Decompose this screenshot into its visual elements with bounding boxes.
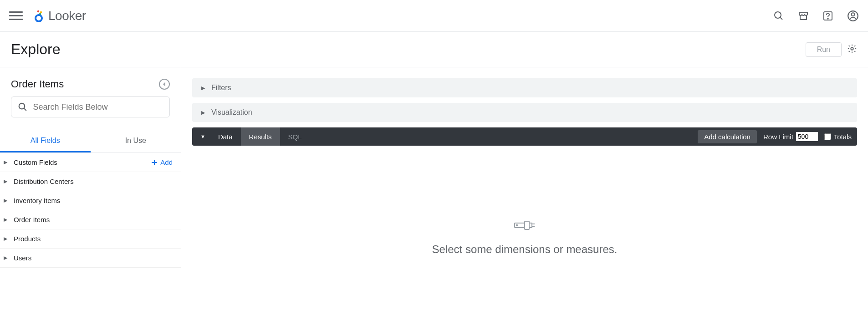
- flashlight-icon: [514, 218, 536, 232]
- field-group-label: Users: [14, 254, 31, 262]
- explore-bar: Explore Run: [0, 32, 868, 67]
- svg-point-0: [37, 10, 39, 12]
- run-button[interactable]: Run: [806, 42, 842, 57]
- svg-point-10: [851, 47, 853, 50]
- svg-point-3: [36, 15, 42, 21]
- svg-rect-16: [525, 221, 529, 229]
- main-menu-icon[interactable]: [9, 9, 23, 23]
- caret-right-icon: ▶: [4, 217, 7, 223]
- field-group-order-items[interactable]: ▶Order Items: [0, 210, 181, 229]
- empty-message: Select some dimensions or measures.: [432, 243, 618, 256]
- page-title: Explore: [11, 41, 61, 58]
- search-fields-input[interactable]: [33, 102, 163, 112]
- caret-right-icon: ▶: [4, 159, 7, 165]
- field-group-products[interactable]: ▶Products: [0, 229, 181, 249]
- field-group-label: Distribution Centers: [14, 178, 74, 185]
- main-pane: ▶ Filters ▶ Visualization ▼ Data Results…: [181, 67, 868, 325]
- svg-point-11: [19, 103, 25, 109]
- row-limit: Row Limit: [763, 132, 818, 141]
- search-fields-input-wrap[interactable]: [11, 96, 170, 117]
- field-group-list: ▶Custom Fields Add ▶Distribution Centers…: [0, 153, 181, 268]
- marketplace-icon[interactable]: [798, 10, 809, 21]
- tab-sql[interactable]: SQL: [280, 127, 310, 146]
- body: Order Items All Fields In Use ▶Custom Fi…: [0, 67, 868, 325]
- svg-rect-17: [529, 223, 532, 228]
- field-group-inventory-items[interactable]: ▶Inventory Items: [0, 191, 181, 210]
- tab-data[interactable]: Data: [210, 127, 241, 146]
- panel-title: Filters: [211, 84, 231, 92]
- totals-label: Totals: [834, 133, 852, 141]
- caret-down-icon[interactable]: ▼: [200, 134, 205, 139]
- help-icon[interactable]: [822, 10, 833, 21]
- row-limit-label: Row Limit: [763, 133, 793, 141]
- visualization-panel[interactable]: ▶ Visualization: [192, 103, 857, 122]
- field-group-label: Order Items: [14, 216, 50, 223]
- totals-toggle[interactable]: Totals: [824, 133, 852, 141]
- app-name: Looker: [48, 9, 86, 23]
- filters-panel[interactable]: ▶ Filters: [192, 78, 857, 97]
- field-group-custom-fields[interactable]: ▶Custom Fields Add: [0, 153, 181, 172]
- add-label: Add: [160, 158, 173, 166]
- add-calculation-button[interactable]: Add calculation: [698, 130, 757, 143]
- field-group-label: Inventory Items: [14, 197, 61, 204]
- explore-name: Order Items: [11, 78, 64, 90]
- caret-right-icon: ▶: [201, 85, 205, 91]
- svg-line-12: [24, 108, 26, 111]
- tab-all-fields[interactable]: All Fields: [0, 130, 91, 152]
- field-tabs: All Fields In Use: [0, 130, 181, 153]
- totals-checkbox[interactable]: [824, 133, 831, 140]
- svg-point-7: [827, 18, 828, 19]
- caret-right-icon: ▶: [4, 178, 7, 184]
- caret-right-icon: ▶: [4, 198, 7, 203]
- add-custom-field-link[interactable]: Add: [151, 158, 173, 166]
- field-group-users[interactable]: ▶Users: [0, 249, 181, 268]
- tab-in-use[interactable]: In Use: [91, 130, 181, 152]
- gear-icon[interactable]: [847, 44, 857, 56]
- search-icon: [18, 102, 27, 112]
- top-actions: [773, 10, 859, 22]
- data-bar: ▼ Data Results SQL Add calculation Row L…: [192, 127, 857, 146]
- search-icon[interactable]: [773, 10, 784, 21]
- plus-icon: [151, 159, 158, 166]
- tab-results[interactable]: Results: [241, 127, 280, 146]
- looker-logo[interactable]: Looker: [34, 9, 86, 23]
- caret-right-icon: ▶: [201, 110, 205, 116]
- account-icon[interactable]: [847, 10, 859, 22]
- svg-line-5: [780, 17, 782, 20]
- svg-point-4: [775, 12, 781, 18]
- row-limit-input[interactable]: [796, 132, 818, 141]
- logo-icon: [34, 10, 46, 22]
- app-bar: Looker: [0, 0, 868, 32]
- empty-state: Select some dimensions or measures.: [192, 146, 857, 256]
- field-group-label: Custom Fields: [14, 158, 57, 166]
- svg-point-9: [852, 13, 855, 16]
- field-group-distribution-centers[interactable]: ▶Distribution Centers: [0, 172, 181, 191]
- panel-title: Visualization: [211, 108, 252, 117]
- collapse-sidebar-icon[interactable]: [159, 79, 170, 90]
- svg-point-1: [40, 11, 42, 13]
- field-picker: Order Items All Fields In Use ▶Custom Fi…: [0, 67, 181, 325]
- svg-point-20: [516, 225, 518, 226]
- field-group-label: Products: [14, 235, 41, 243]
- caret-right-icon: ▶: [4, 236, 7, 242]
- caret-right-icon: ▶: [4, 255, 7, 261]
